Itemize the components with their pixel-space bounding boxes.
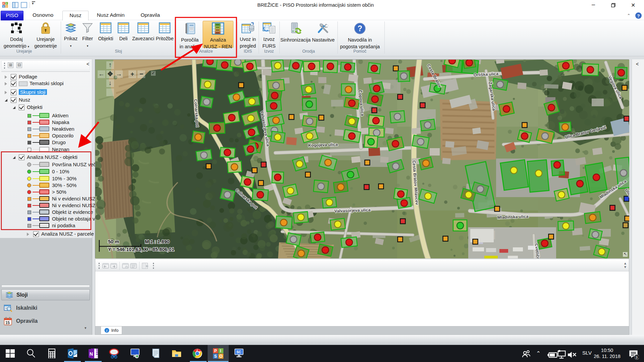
svg-text:?: ? <box>637 13 640 18</box>
svg-text:S: S <box>214 354 217 359</box>
svg-text:M 1 : 1.890: M 1 : 1.890 <box>145 239 169 244</box>
svg-text:P: P <box>214 349 217 353</box>
svg-text:i: i <box>106 329 107 333</box>
svg-text:?: ? <box>358 24 362 33</box>
svg-text:O: O <box>219 354 222 359</box>
svg-text:N: N <box>90 351 93 357</box>
svg-text:I: I <box>220 349 221 353</box>
svg-text:Y = 546.101,63, X = 85.806,01: Y = 546.101,63, X = 85.806,01 <box>108 247 174 252</box>
svg-text:SC: SC <box>236 350 241 354</box>
svg-text:50 m: 50 m <box>108 239 119 244</box>
svg-text:9: 9 <box>636 356 638 359</box>
svg-text:15: 15 <box>5 320 10 325</box>
